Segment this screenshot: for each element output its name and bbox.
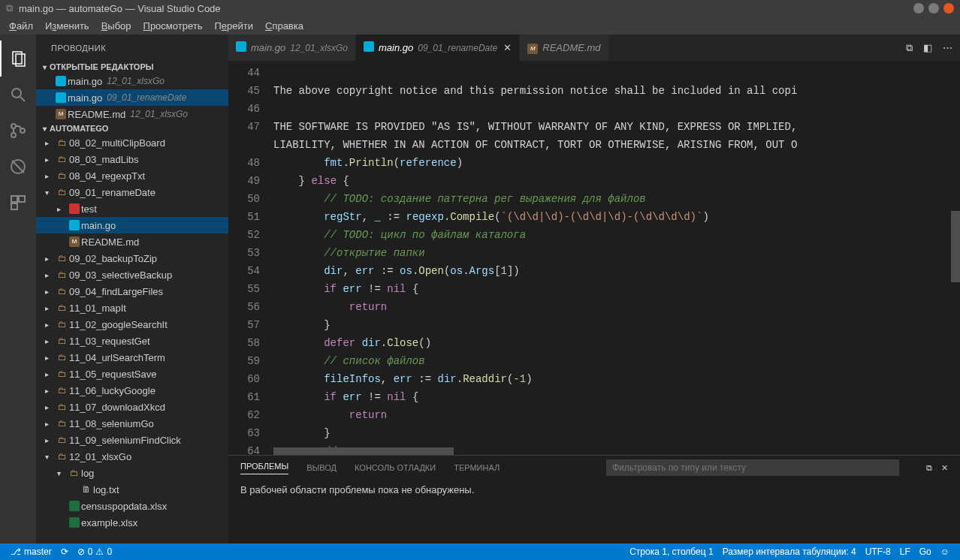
- activitybar: [0, 35, 36, 543]
- svg-point-2: [12, 89, 21, 98]
- svg-line-8: [12, 161, 24, 173]
- tab-actions: ⧉ ◧ ⋯: [898, 35, 960, 61]
- svg-rect-10: [19, 196, 25, 202]
- maximize-button[interactable]: [928, 3, 939, 14]
- svg-line-3: [20, 97, 25, 101]
- svg-point-6: [20, 128, 25, 133]
- menubar: Файл Изменить Выбор Просмотреть Перейти …: [0, 17, 960, 35]
- svg-rect-9: [11, 196, 17, 202]
- panel-close-icon[interactable]: ✕: [941, 463, 948, 473]
- sidebar-title: ПРОВОДНИК: [36, 35, 228, 61]
- tree-item[interactable]: ▸🗀11_06_luckyGoogle: [36, 382, 228, 399]
- tree-item[interactable]: ▸🗀09_04_findLargeFiles: [36, 283, 228, 300]
- panel-body: В рабочей области проблемы пока не обнар…: [228, 480, 960, 500]
- tree-item[interactable]: MREADME.md: [36, 233, 228, 250]
- sidebar: ПРОВОДНИК ▾ОТКРЫТЫЕ РЕДАКТОРЫ main.go12_…: [36, 35, 228, 543]
- status-feedback-icon[interactable]: ☺: [936, 546, 954, 557]
- workbench: ПРОВОДНИК ▾ОТКРЫТЫЕ РЕДАКТОРЫ main.go12_…: [0, 35, 960, 543]
- status-tabsize[interactable]: Размер интервала табуляции: 4: [718, 546, 861, 557]
- tree-item[interactable]: ▸🗀11_01_mapIt: [36, 300, 228, 316]
- file-tree: ▸🗀08_02_multiClipBoard▸🗀08_03_madLibs▸🗀0…: [36, 134, 228, 543]
- status-problems[interactable]: ⊘ 0 ⚠ 0: [73, 546, 116, 557]
- svg-point-5: [11, 133, 16, 137]
- panel-actions: ⧉ ✕: [926, 463, 948, 473]
- tree-item[interactable]: ▸🗀11_04_urlSearchTerm: [36, 349, 228, 366]
- code-content[interactable]: The above copyright notice and this perm…: [273, 61, 960, 455]
- tree-item[interactable]: 🗎log.txt: [36, 481, 228, 498]
- tree-item[interactable]: main.go: [36, 217, 228, 233]
- tree-item[interactable]: ▸🗀08_04_regexpTxt: [36, 167, 228, 184]
- tree-item[interactable]: ▸🗀11_09_seleniumFindClick: [36, 432, 228, 448]
- project-header[interactable]: ▾AUTOMATEGO: [36, 122, 228, 134]
- tree-item[interactable]: ▸🗀11_05_requestSave: [36, 366, 228, 382]
- editor-area: main.go12_01_xlsxGomain.go09_01_renameDa…: [228, 35, 960, 543]
- panel-collapse-icon[interactable]: ⧉: [926, 463, 932, 473]
- close-button[interactable]: [943, 3, 954, 14]
- editor-tab[interactable]: MREADME.md: [520, 35, 608, 61]
- status-cursor[interactable]: Строка 1, столбец 1: [625, 546, 717, 557]
- menu-selection[interactable]: Выбор: [95, 20, 137, 32]
- menu-help[interactable]: Справка: [259, 20, 309, 32]
- statusbar: ⎇ master ⟳ ⊘ 0 ⚠ 0 Строка 1, столбец 1 Р…: [0, 543, 960, 560]
- panel-tab-problems[interactable]: ПРОБЛЕМЫ: [240, 462, 288, 474]
- search-icon[interactable]: [0, 77, 36, 113]
- open-editors-header[interactable]: ▾ОТКРЫТЫЕ РЕДАКТОРЫ: [36, 61, 228, 73]
- extensions-icon[interactable]: [0, 185, 36, 221]
- minimize-button[interactable]: [913, 3, 924, 14]
- window-controls: [913, 3, 954, 14]
- tree-item[interactable]: censuspopdata.xlsx: [36, 498, 228, 514]
- tree-item[interactable]: ▾🗀12_01_xlsxGo: [36, 448, 228, 465]
- window-title: main.go — automateGo — Visual Studio Cod…: [19, 3, 913, 14]
- tree-item[interactable]: ▸🗀09_02_backupToZip: [36, 250, 228, 266]
- tree-item[interactable]: ▸🗀11_02_googleSearchIt: [36, 316, 228, 333]
- open-editors-list: main.go12_01_xlsxGomain.go09_01_renameDa…: [36, 73, 228, 122]
- status-branch[interactable]: ⎇ master: [6, 546, 56, 557]
- tab-close-icon[interactable]: ✕: [503, 42, 512, 53]
- panel-tab-output[interactable]: ВЫВОД: [306, 463, 337, 472]
- tree-item[interactable]: ▾🗀log: [36, 465, 228, 481]
- explorer-icon[interactable]: [0, 41, 36, 77]
- tree-item[interactable]: ▸🗀11_07_downloadXkcd: [36, 399, 228, 415]
- open-editor-item[interactable]: main.go09_01_renameDate: [36, 89, 228, 106]
- compare-icon[interactable]: ⧉: [906, 42, 913, 54]
- menu-view[interactable]: Просмотреть: [137, 20, 209, 32]
- status-encoding[interactable]: UTF-8: [861, 546, 895, 557]
- svg-point-4: [11, 124, 16, 128]
- status-sync[interactable]: ⟳: [56, 546, 73, 557]
- editor-tab[interactable]: main.go12_01_xlsxGo: [228, 35, 356, 61]
- editor-body[interactable]: 44 45 46 47 48 49 50 51 52 53 54 55 56 5…: [228, 61, 960, 455]
- app-icon: ⧉: [6, 2, 13, 14]
- status-eol[interactable]: LF: [895, 546, 915, 557]
- titlebar: ⧉ main.go — automateGo — Visual Studio C…: [0, 0, 960, 17]
- tree-item[interactable]: ▸test: [36, 200, 228, 217]
- more-icon[interactable]: ⋯: [943, 42, 952, 53]
- line-gutter: 44 45 46 47 48 49 50 51 52 53 54 55 56 5…: [228, 61, 273, 455]
- editor-tab[interactable]: main.go09_01_renameDate✕: [356, 35, 520, 61]
- tree-item[interactable]: example.xlsx: [36, 514, 228, 531]
- tree-item[interactable]: ▸🗀11_03_requestGet: [36, 333, 228, 349]
- bottom-panel: ПРОБЛЕМЫ ВЫВОД КОНСОЛЬ ОТЛАДКИ ТЕРМИНАЛ …: [228, 455, 960, 543]
- panel-filter-input[interactable]: [606, 459, 899, 476]
- menu-file[interactable]: Файл: [3, 20, 39, 32]
- tree-item[interactable]: ▸🗀09_03_selectiveBackup: [36, 266, 228, 283]
- status-lang[interactable]: Go: [915, 546, 936, 557]
- debug-icon[interactable]: [0, 149, 36, 185]
- menu-edit[interactable]: Изменить: [39, 20, 95, 32]
- panel-tabs: ПРОБЛЕМЫ ВЫВОД КОНСОЛЬ ОТЛАДКИ ТЕРМИНАЛ …: [228, 456, 960, 480]
- source-control-icon[interactable]: [0, 113, 36, 149]
- svg-rect-11: [11, 203, 17, 209]
- split-icon[interactable]: ◧: [923, 42, 932, 53]
- panel-tab-debug[interactable]: КОНСОЛЬ ОТЛАДКИ: [355, 463, 436, 472]
- editor-tabs: main.go12_01_xlsxGomain.go09_01_renameDa…: [228, 35, 960, 61]
- menu-go[interactable]: Перейти: [208, 20, 259, 32]
- tree-item[interactable]: ▸🗀11_08_seleniumGo: [36, 415, 228, 432]
- tree-item[interactable]: ▸🗀08_02_multiClipBoard: [36, 134, 228, 151]
- tree-item[interactable]: ▾🗀09_01_renameDate: [36, 184, 228, 200]
- panel-tab-terminal[interactable]: ТЕРМИНАЛ: [454, 463, 500, 472]
- tree-item[interactable]: ▸🗀08_03_madLibs: [36, 151, 228, 167]
- vertical-scrollbar[interactable]: [951, 61, 960, 455]
- open-editor-item[interactable]: main.go12_01_xlsxGo: [36, 73, 228, 89]
- open-editor-item[interactable]: MREADME.md12_01_xlsxGo: [36, 106, 228, 122]
- horizontal-scrollbar[interactable]: [273, 447, 454, 455]
